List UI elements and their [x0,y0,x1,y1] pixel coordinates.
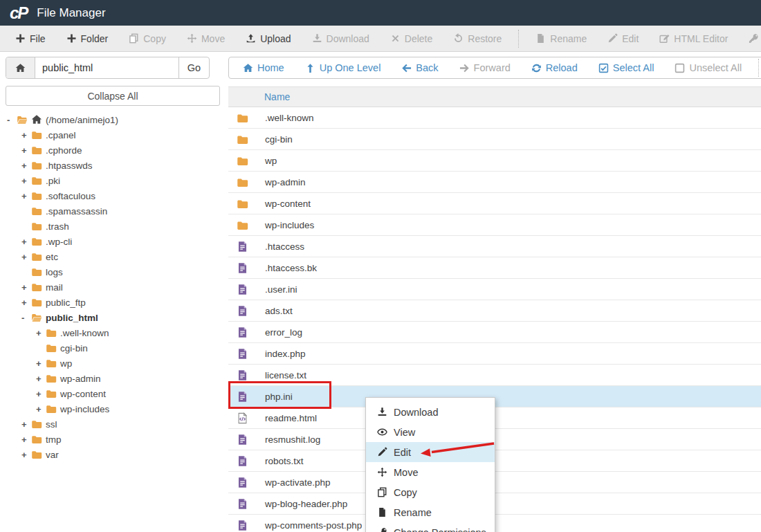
context-menu-edit[interactable]: Edit [366,442,495,462]
tree-item-cpanel[interactable]: +.cpanel [6,127,223,143]
tree-expander[interactable]: + [21,282,31,293]
tree-expander[interactable]: - [21,313,31,323]
nav-up-one-level-button[interactable]: Up One Level [305,62,381,73]
tree-item-wp-admin[interactable]: +wp-admin [6,371,223,386]
context-menu-view[interactable]: View [366,422,495,442]
toolbar-delete-button[interactable]: Delete [390,33,432,44]
back-arrow-icon [401,63,412,73]
go-button[interactable]: Go [178,57,209,78]
file-row-cgi-bin[interactable]: cgi-bin [228,129,761,150]
nav-button-label: Unselect All [689,62,742,73]
tree-item-label: wp-admin [60,374,101,384]
toolbar-edit-button[interactable]: Edit [607,33,639,44]
tree-item-trash[interactable]: .trash [6,219,223,234]
nav-reload-button[interactable]: Reload [531,62,578,73]
toolbar-move-button[interactable]: Move [187,33,225,44]
file-row-wp[interactable]: wp [228,150,761,172]
nav-unselect-all-button[interactable]: Unselect All [675,62,742,73]
upload-icon [246,33,256,44]
file-row-license-txt[interactable]: license.txt [228,365,761,386]
folder-icon [31,449,42,460]
file-row-ads-txt[interactable]: ads.txt [228,300,761,322]
tree-expander[interactable]: + [21,237,31,247]
context-menu-item-label: Edit [394,447,411,458]
tree-expander[interactable]: + [21,145,31,156]
tree-item-wp-cli[interactable]: +.wp-cli [6,234,223,249]
tree-expander[interactable]: - [7,115,17,125]
tree-item-public-ftp[interactable]: +public_ftp [6,295,223,310]
path-input[interactable] [35,57,178,78]
tree-expander[interactable]: + [36,374,46,384]
context-menu-change-permissions[interactable]: Change Permissions [366,522,495,532]
toolbar-restore-button[interactable]: Restore [453,33,502,44]
tree-expander[interactable]: + [36,328,46,338]
file-row-error-log[interactable]: error_log [228,322,761,343]
nav-back-button[interactable]: Back [401,62,438,73]
tree-expander[interactable]: + [36,404,46,414]
home-icon [15,63,26,73]
tree-item-well-known[interactable]: +.well-known [6,325,223,340]
tree-item-wp-includes[interactable]: +wp-includes [6,401,223,416]
tree-item-public-html[interactable]: -public_html [6,310,223,325]
tree-item-ssl[interactable]: +ssl [6,416,223,432]
tree-item-cphorde[interactable]: +.cphorde [6,143,223,158]
file-row-htaccess[interactable]: .htaccess [228,236,761,257]
file-row-user-ini[interactable]: .user.ini [228,279,761,300]
tree-expander[interactable]: + [21,160,31,171]
file-row-htaccess-bk[interactable]: .htaccess.bk [228,257,761,279]
nav-home-button[interactable]: Home [243,62,284,73]
tree-expander[interactable]: + [36,389,46,399]
tree-item-etc[interactable]: +etc [6,249,223,264]
tree-item-logs[interactable]: logs [6,264,223,279]
tree-expander[interactable]: + [21,297,31,308]
toolbar-rename-button[interactable]: Rename [535,33,587,44]
tree-expander[interactable]: + [21,130,31,140]
tree-expander[interactable]: + [21,419,31,430]
file-row-wp-admin[interactable]: wp-admin [228,172,761,193]
tree-item-softaculous[interactable]: +.softaculous [6,188,223,203]
tree-expander[interactable]: + [36,358,46,369]
tree-item-var[interactable]: +var [6,447,223,462]
copy-icon [129,33,139,44]
tree-item-wp[interactable]: +wp [6,356,223,371]
tree-item-cgi-bin[interactable]: cgi-bin [6,340,223,356]
tree-expander[interactable]: + [21,252,31,262]
folder-icon [31,282,42,293]
tree-expander[interactable]: + [21,434,31,445]
context-menu-move[interactable]: Move [366,462,495,482]
tree-expander[interactable]: + [21,450,31,460]
tree-item-mail[interactable]: +mail [6,279,223,295]
toolbar-file-button[interactable]: File [15,33,46,44]
tree-item-label: etc [46,252,58,262]
tree-item-pki[interactable]: +.pki [6,173,223,188]
nav-forward-button[interactable]: Forward [459,62,511,73]
context-menu-rename[interactable]: Rename [366,502,495,522]
file-row-well-known[interactable]: .well-known [228,107,761,129]
toolbar-upload-button[interactable]: Upload [246,33,291,44]
toolbar-html-editor-button[interactable]: HTML Editor [659,33,728,44]
tree-expander[interactable]: + [21,176,31,186]
context-menu-download[interactable]: Download [366,402,495,422]
path-home-button[interactable] [6,57,35,78]
tree-item-tmp[interactable]: +tmp [6,432,223,447]
tree-expander[interactable]: + [21,191,31,201]
file-row-wp-includes[interactable]: wp-includes [228,214,761,236]
folder-icon [31,221,42,232]
tree-item-htpasswds[interactable]: +.htpasswds [6,158,223,173]
folder-icon [31,251,42,262]
toolbar-download-button[interactable]: Download [312,33,369,44]
name-column-header[interactable]: Name [228,86,761,107]
toolbar-permissions-button[interactable]: Permissions [749,33,761,44]
folder-icon [31,160,42,171]
tree-item-wp-content[interactable]: +wp-content [6,386,223,401]
tree-item-home-animejo1[interactable]: -(/home/animejo1) [6,112,223,127]
file-row-wp-content[interactable]: wp-content [228,193,761,214]
nav-select-all-button[interactable]: Select All [598,62,654,73]
tree-item-spamassassin[interactable]: .spamassassin [6,203,223,219]
toolbar-button-label: Delete [405,33,432,44]
toolbar-copy-button[interactable]: Copy [129,33,166,44]
toolbar-folder-button[interactable]: Folder [66,33,109,44]
file-row-index-php[interactable]: index.php [228,343,761,365]
context-menu-copy[interactable]: Copy [366,482,495,502]
collapse-all-button[interactable]: Collapse All [6,86,220,106]
